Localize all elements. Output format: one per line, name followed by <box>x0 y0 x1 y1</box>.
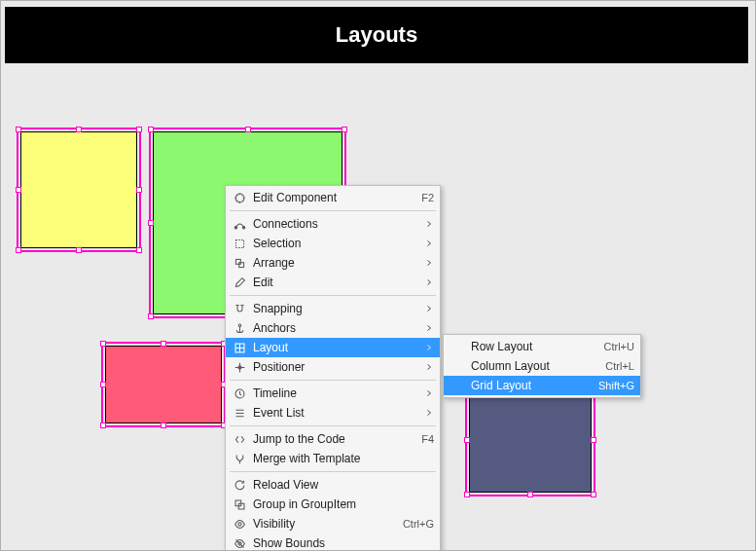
menu-item-label: Edit Component <box>249 191 414 204</box>
menu-item-reload-view[interactable]: Reload View <box>226 475 440 495</box>
jump-code-icon <box>230 433 249 446</box>
svg-rect-5 <box>238 262 243 267</box>
menu-separator <box>230 210 436 211</box>
resize-handle[interactable] <box>464 492 470 497</box>
menu-item-label: Layout <box>249 341 424 354</box>
layout-submenu[interactable]: Row LayoutCtrl+UColumn LayoutCtrl+LGrid … <box>443 334 641 398</box>
edit-icon <box>230 276 249 289</box>
resize-handle[interactable] <box>136 127 142 132</box>
resize-handle[interactable] <box>136 187 142 193</box>
menu-item-label: Merge with Template <box>249 452 434 465</box>
pink-rect[interactable] <box>101 342 226 427</box>
menu-item-shortcut: F2 <box>421 192 434 203</box>
resize-handle[interactable] <box>161 422 166 428</box>
menu-item-connections[interactable]: Connections <box>226 214 440 234</box>
anchors-icon <box>230 322 249 335</box>
title-bar: Layouts <box>5 7 748 63</box>
menu-item-label: Snapping <box>249 302 424 315</box>
menu-item-label: Event List <box>249 406 424 420</box>
visibility-icon <box>230 518 249 531</box>
menu-item-event-list[interactable]: Event List <box>226 403 440 422</box>
resize-handle[interactable] <box>148 313 154 319</box>
menu-item-snapping[interactable]: Snapping <box>226 299 440 318</box>
menu-item-label: Reload View <box>249 478 434 492</box>
yellow-rect[interactable] <box>17 128 141 252</box>
menu-item-shortcut: Ctrl+G <box>403 518 434 530</box>
menu-item-edit-component[interactable]: Edit ComponentF2 <box>226 188 440 207</box>
resize-handle[interactable] <box>16 127 21 132</box>
resize-handle[interactable] <box>527 492 533 497</box>
menu-item-label: Edit <box>249 276 424 289</box>
resize-handle[interactable] <box>16 247 21 253</box>
svg-point-12 <box>237 522 240 525</box>
reload-icon <box>230 479 249 492</box>
selection-icon <box>230 238 249 250</box>
resize-handle[interactable] <box>16 187 21 193</box>
title-text: Layouts <box>336 22 417 48</box>
design-canvas[interactable]: Layouts <box>0 0 756 551</box>
resize-handle[interactable] <box>342 127 347 132</box>
edit-component-icon <box>230 192 249 204</box>
menu-item-show-bounds[interactable]: Show Bounds <box>226 533 440 551</box>
menu-item-shortcut: F4 <box>421 433 434 445</box>
resize-handle[interactable] <box>161 341 166 347</box>
chevron-right-icon <box>424 363 434 371</box>
menu-item-label: Arrange <box>249 256 424 270</box>
resize-handle[interactable] <box>148 127 154 132</box>
chevron-right-icon <box>424 278 434 286</box>
menu-item-label: Connections <box>249 217 424 231</box>
resize-handle[interactable] <box>591 492 596 497</box>
menu-item-anchors[interactable]: Anchors <box>226 318 440 338</box>
submenu-item-label: Row Layout <box>467 340 596 353</box>
svg-rect-4 <box>235 259 240 264</box>
resize-handle[interactable] <box>100 422 106 428</box>
submenu-item-row-layout[interactable]: Row LayoutCtrl+U <box>444 337 640 356</box>
menu-item-merge-with-template[interactable]: Merge with Template <box>226 449 440 468</box>
pink-rect-fill <box>105 346 222 423</box>
purple-rect[interactable] <box>465 384 595 496</box>
menu-separator <box>230 425 436 426</box>
resize-handle[interactable] <box>136 247 142 253</box>
submenu-item-column-layout[interactable]: Column LayoutCtrl+L <box>444 356 640 376</box>
menu-item-label: Show Bounds <box>249 536 434 550</box>
resize-handle[interactable] <box>76 247 82 253</box>
resize-handle[interactable] <box>148 220 154 226</box>
layout-icon <box>230 342 249 354</box>
menu-separator <box>230 295 436 296</box>
menu-item-label: Jump to the Code <box>249 432 414 446</box>
menu-item-arrange[interactable]: Arrange <box>226 253 440 273</box>
svg-rect-3 <box>235 239 243 247</box>
resize-handle[interactable] <box>245 127 251 132</box>
chevron-right-icon <box>424 389 434 397</box>
event-list-icon <box>230 407 249 420</box>
menu-item-label: Positioner <box>249 360 424 374</box>
submenu-item-shortcut: Ctrl+U <box>604 341 634 352</box>
menu-item-selection[interactable]: Selection <box>226 234 440 253</box>
submenu-item-label: Grid Layout <box>467 379 591 392</box>
menu-separator <box>230 471 436 472</box>
submenu-item-grid-layout[interactable]: Grid LayoutShift+G <box>444 376 640 395</box>
group-icon <box>230 498 249 511</box>
chevron-right-icon <box>424 305 434 312</box>
menu-item-timeline[interactable]: Timeline <box>226 384 440 403</box>
menu-item-label: Group in GroupItem <box>249 497 434 511</box>
submenu-item-shortcut: Shift+G <box>598 380 634 391</box>
chevron-right-icon <box>424 220 434 228</box>
resize-handle[interactable] <box>591 437 596 443</box>
menu-item-jump-to-the-code[interactable]: Jump to the CodeF4 <box>226 429 440 449</box>
menu-item-label: Visibility <box>249 517 395 531</box>
resize-handle[interactable] <box>76 127 82 132</box>
context-menu[interactable]: Edit ComponentF2ConnectionsSelectionArra… <box>225 185 441 551</box>
menu-item-edit[interactable]: Edit <box>226 273 440 292</box>
menu-item-group-in-groupitem[interactable]: Group in GroupItem <box>226 495 440 514</box>
connections-icon <box>230 218 249 231</box>
menu-item-positioner[interactable]: Positioner <box>226 357 440 377</box>
resize-handle[interactable] <box>464 437 470 443</box>
resize-handle[interactable] <box>100 341 106 347</box>
submenu-item-shortcut: Ctrl+L <box>605 360 634 372</box>
menu-separator <box>230 380 436 381</box>
menu-item-label: Timeline <box>249 386 424 400</box>
menu-item-layout[interactable]: Layout <box>226 338 440 357</box>
menu-item-visibility[interactable]: VisibilityCtrl+G <box>226 514 440 533</box>
resize-handle[interactable] <box>100 382 106 387</box>
